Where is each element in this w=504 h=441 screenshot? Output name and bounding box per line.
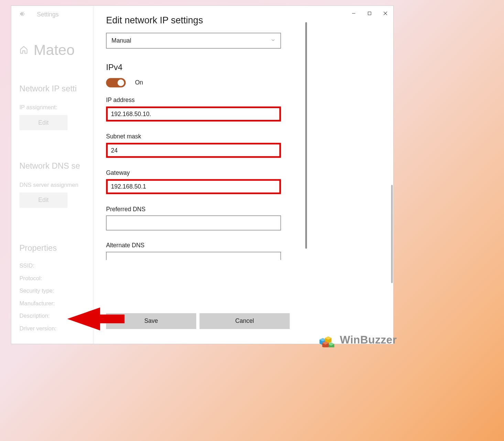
back-icon[interactable]	[19, 11, 26, 18]
settings-window: Settings Mateo Network IP setti IP assig…	[11, 5, 394, 344]
chevron-down-icon	[271, 37, 275, 44]
prop-security: Security type:	[19, 287, 101, 294]
prop-manufacturer: Manufacturer:	[19, 300, 101, 307]
preferred-dns-input[interactable]	[106, 215, 281, 230]
preferred-dns-label: Preferred DNS	[106, 206, 295, 213]
section-network-dns: Network DNS se DNS server assignmen Edit	[19, 161, 80, 208]
window-scrollbar[interactable]	[391, 185, 393, 283]
section-properties: Properties SSID: Protocol: Security type…	[19, 243, 101, 338]
prop-protocol: Protocol:	[19, 275, 101, 282]
ipv4-heading: IPv4	[106, 63, 295, 72]
maximize-button[interactable]	[362, 8, 377, 19]
section-title-ip: Network IP setti	[19, 84, 77, 93]
ipv4-toggle[interactable]	[106, 78, 125, 87]
section-network-ip: Network IP setti IP assignment: Edit	[19, 84, 77, 130]
alternate-dns-input[interactable]	[106, 252, 281, 260]
edit-ip-button[interactable]: Edit	[19, 115, 67, 131]
dialog-title: Edit network IP settings	[106, 15, 295, 26]
cancel-button[interactable]: Cancel	[199, 313, 289, 329]
subnet-mask-input[interactable]	[106, 143, 281, 158]
ipv4-toggle-state: On	[135, 79, 143, 87]
window-caption-buttons	[346, 6, 393, 20]
ip-mode-select[interactable]: Manual	[106, 33, 281, 48]
edit-dns-button[interactable]: Edit	[19, 192, 67, 208]
page-title: Mateo	[34, 41, 75, 58]
subnet-mask-label: Subnet mask	[106, 133, 295, 140]
home-icon	[19, 45, 28, 54]
alternate-dns-label: Alternate DNS	[106, 242, 295, 249]
dns-assignment-label: DNS server assignmen	[19, 182, 80, 188]
prop-driver: Driver version:	[19, 325, 101, 332]
section-title-dns: Network DNS se	[19, 161, 80, 171]
edit-ip-settings-dialog: Edit network IP settings Manual IPv4 On …	[94, 6, 307, 344]
prop-description: Description:	[19, 313, 101, 319]
ip-address-label: IP address	[106, 97, 295, 104]
ip-assignment-label: IP assignment:	[19, 104, 77, 111]
ip-address-input[interactable]	[106, 106, 281, 122]
dialog-scrollbar[interactable]	[305, 22, 307, 249]
section-title-props: Properties	[19, 243, 101, 252]
prop-ssid: SSID:	[19, 262, 101, 269]
gateway-label: Gateway	[106, 169, 295, 177]
ip-mode-value: Manual	[111, 37, 131, 44]
app-title: Settings	[37, 11, 58, 18]
gateway-input[interactable]	[106, 179, 281, 194]
minimize-button[interactable]	[346, 8, 362, 19]
svg-rect-0	[368, 12, 371, 15]
close-button[interactable]	[377, 8, 393, 19]
save-button[interactable]: Save	[106, 313, 196, 329]
